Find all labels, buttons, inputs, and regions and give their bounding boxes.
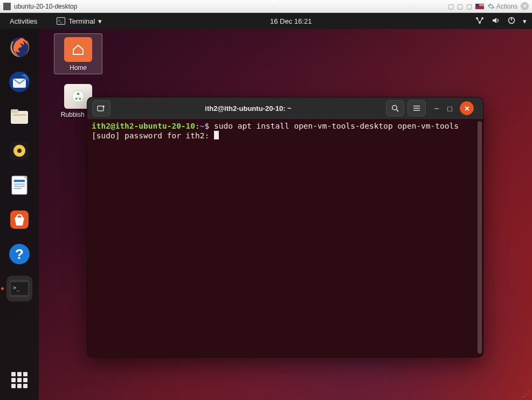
close-icon: [464, 106, 470, 111]
gear-icon: [487, 3, 495, 10]
terminal-window: ith2@ith2-ubuntu-20-10: ~ － ◻ ith2@ith2-…: [87, 97, 483, 357]
dock: ? >_: [0, 29, 39, 400]
help-icon: ?: [8, 243, 31, 265]
terminal-appmenu-icon: >_: [57, 17, 65, 25]
prompt-path: ~: [200, 122, 205, 130]
resize-grip-icon[interactable]: ⋰: [523, 390, 530, 398]
dock-app-firefox[interactable]: [6, 34, 32, 60]
terminal-scrollbar[interactable]: [478, 121, 482, 354]
svg-rect-27: [14, 188, 22, 189]
search-icon: [391, 104, 399, 113]
new-tab-icon: [97, 104, 106, 112]
maximize-button[interactable]: ◻: [447, 104, 453, 113]
dock-app-software[interactable]: [6, 207, 32, 233]
svg-text:?: ?: [15, 246, 24, 262]
terminal-headerbar[interactable]: ith2@ith2-ubuntu-20-10: ~ － ◻: [87, 97, 483, 119]
gnome-top-bar: Activities >_ Terminal ▾ 16 Dec 16:21 ▾: [0, 13, 532, 29]
rhythmbox-icon: [8, 139, 31, 162]
vm-actions-menu[interactable]: Actions: [487, 3, 517, 10]
minimize-button[interactable]: －: [432, 102, 441, 115]
libreoffice-writer-icon: [8, 174, 31, 197]
prompt-symbol: $: [205, 122, 210, 130]
svg-rect-19: [13, 114, 26, 116]
terminal-title: ith2@ith2-ubuntu-20-10: ~: [112, 104, 384, 113]
dock-app-terminal[interactable]: >_: [6, 276, 32, 301]
svg-point-22: [17, 149, 22, 153]
status-chevron-down-icon[interactable]: ▾: [523, 17, 527, 25]
search-button[interactable]: [386, 100, 404, 116]
dock-app-libreoffice-writer[interactable]: [6, 172, 32, 198]
svg-rect-25: [14, 184, 25, 185]
network-icon[interactable]: [475, 17, 484, 26]
close-button[interactable]: [460, 101, 474, 115]
desktop-background[interactable]: Home Rubbish Bin ith2@ith2-ubuntu-20-10:…: [0, 29, 532, 400]
dock-app-thunderbird[interactable]: [6, 69, 32, 95]
app-menu[interactable]: >_ Terminal ▾: [52, 15, 106, 27]
vm-close-button[interactable]: ✕: [521, 2, 529, 10]
svg-point-10: [392, 105, 396, 109]
svg-rect-26: [14, 186, 25, 187]
recycle-icon: [71, 89, 85, 104]
terminal-command: sudo apt install open-vm-tools-desktop o…: [214, 122, 459, 130]
desktop-icon-home[interactable]: Home: [54, 33, 102, 74]
dock-app-files[interactable]: [6, 103, 32, 129]
new-tab-button[interactable]: [92, 100, 110, 116]
dock-app-help[interactable]: ?: [6, 241, 32, 267]
clock[interactable]: 16 Dec 16:21: [266, 15, 316, 27]
svg-line-11: [396, 109, 398, 111]
software-icon: [8, 208, 31, 231]
vm-layout-icon-2[interactable]: ▢: [457, 3, 463, 10]
svg-rect-18: [11, 109, 18, 113]
hamburger-menu-button[interactable]: [407, 100, 426, 116]
firefox-icon: [8, 36, 31, 59]
app-menu-label: Terminal: [68, 17, 95, 25]
svg-text:>_: >_: [58, 19, 63, 23]
dock-app-rhythmbox[interactable]: [6, 138, 32, 164]
vm-window-title: ubuntu-20-10-desktop: [14, 3, 77, 10]
terminal-cursor: [214, 131, 219, 139]
vm-layout-icon-1[interactable]: ▢: [448, 3, 454, 10]
chevron-down-icon: ▾: [98, 17, 102, 25]
svg-rect-24: [14, 180, 25, 182]
volume-icon[interactable]: [492, 17, 500, 26]
svg-text:>_: >_: [13, 284, 20, 291]
vm-host-titlebar: ubuntu-20-10-desktop ▢ ▢ ▢ Actions ✕: [0, 0, 532, 13]
terminal-icon: >_: [9, 279, 30, 298]
show-applications-button[interactable]: [11, 372, 27, 388]
files-icon: [8, 105, 31, 128]
prompt-user-host: ith2@ith2-ubuntu-20-10: [92, 122, 195, 130]
terminal-content[interactable]: ith2@ith2-ubuntu-20-10:~$ sudo apt insta…: [87, 119, 483, 357]
home-icon: [72, 44, 85, 55]
svg-rect-23: [12, 176, 27, 194]
vm-actions-label: Actions: [496, 3, 517, 10]
thunderbird-icon: [8, 71, 31, 93]
hamburger-icon: [413, 105, 420, 111]
sudo-password-prompt: [sudo] password for ith2:: [92, 131, 214, 140]
power-icon[interactable]: [508, 17, 515, 26]
vm-layout-icon-3[interactable]: ▢: [466, 3, 472, 10]
dock-running-indicator: [1, 287, 4, 290]
scrollbar-thumb[interactable]: [478, 121, 482, 354]
activities-button[interactable]: Activities: [5, 15, 42, 27]
keyboard-layout-flag-icon[interactable]: [475, 4, 484, 9]
desktop-icon-home-label: Home: [54, 64, 102, 72]
vm-window-icon: [3, 3, 11, 10]
